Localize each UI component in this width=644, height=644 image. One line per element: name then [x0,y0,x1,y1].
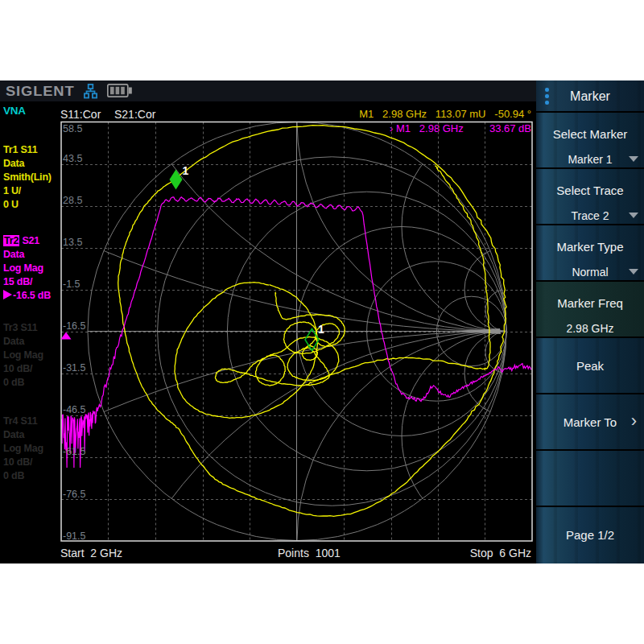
svg-text:Stop 6 GHz: Stop 6 GHz [470,547,531,559]
svg-text:58.5: 58.5 [63,123,82,134]
svg-text:33.67 dB: 33.67 dB [489,122,531,134]
svg-text:S11:Cor: S11:Cor [60,108,101,121]
svg-text:M1 2.98 GHz 113.07 mU -5: M1 2.98 GHz 113.07 mU -50.94 ° [359,108,531,120]
svg-text:S21:Cor: S21:Cor [114,108,156,121]
svg-text:-16.5: -16.5 [63,320,86,332]
svg-text:Start 2 GHz: Start 2 GHz [60,547,122,559]
svg-text:-31.5: -31.5 [63,362,86,374]
svg-text:28.5: 28.5 [63,195,82,206]
svg-text:-91.5: -91.5 [63,530,86,542]
svg-text:-46.5: -46.5 [63,404,86,415]
svg-text:1: 1 [318,323,324,336]
svg-text:› M1 2.98 GHz: › M1 2.98 GHz [390,122,464,134]
svg-text:1: 1 [183,164,189,177]
svg-text:13.5: 13.5 [63,237,82,248]
svg-text:-76.5: -76.5 [63,489,86,500]
svg-text:-1.5: -1.5 [63,279,80,290]
svg-text:43.5: 43.5 [63,153,82,164]
svg-text:Points 1001: Points 1001 [278,547,341,559]
svg-text:-61.5: -61.5 [63,446,86,457]
